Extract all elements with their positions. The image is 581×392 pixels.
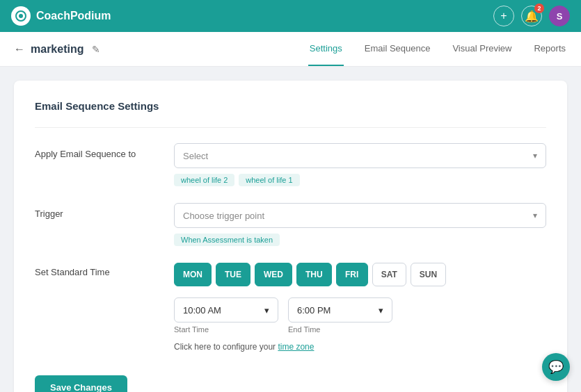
tag-wheel-of-life-1[interactable]: wheel of life 1 (239, 174, 299, 186)
page-title: marketing (31, 43, 83, 56)
timezone-link-row: Click here to configure your time zone (174, 342, 546, 352)
notification-button[interactable]: 🔔 2 (521, 6, 542, 26)
trigger-select-text: Choose trigger point (183, 211, 264, 221)
start-time-select[interactable]: 10:00 AM ▾ (174, 297, 278, 322)
edit-icon[interactable]: ✎ (92, 44, 100, 55)
header-actions: + 🔔 2 S (493, 6, 570, 26)
tags-row: wheel of life 2 wheel of life 1 (174, 174, 546, 186)
end-time-group: 6:00 PM ▾ End Time (288, 297, 392, 334)
back-arrow-icon[interactable]: ← (14, 43, 25, 56)
day-mon[interactable]: MON (174, 263, 212, 286)
apply-sequence-row: Apply Email Sequence to Select ▾ wheel o… (35, 143, 546, 186)
start-time-label: Start Time (174, 325, 278, 334)
chat-fab-button[interactable]: 💬 (542, 353, 570, 381)
standard-time-row: Set Standard Time MON TUE WED THU (35, 263, 546, 352)
day-wed[interactable]: WED (255, 263, 292, 286)
chat-icon: 💬 (548, 359, 564, 375)
nav-tabs: Settings Email Sequence Visual Preview R… (308, 32, 567, 66)
logo-icon (11, 6, 31, 26)
start-time-value: 10:00 AM (183, 305, 221, 316)
apply-sequence-select[interactable]: Select ▾ (174, 143, 546, 168)
settings-card: Email Sequence Settings Apply Email Sequ… (14, 81, 567, 392)
tab-visual-preview[interactable]: Visual Preview (451, 32, 513, 66)
days-row: MON TUE WED THU FRI SAT (174, 263, 546, 286)
main-content: Email Sequence Settings Apply Email Sequ… (0, 67, 581, 392)
sub-header: ← marketing ✎ Settings Email Sequence Vi… (0, 32, 581, 67)
standard-time-control: MON TUE WED THU FRI SAT (174, 263, 546, 352)
chevron-down-icon: ▾ (533, 151, 537, 161)
add-button[interactable]: + (493, 6, 514, 26)
tab-reports[interactable]: Reports (532, 32, 567, 66)
avatar-button[interactable]: S (549, 6, 570, 26)
divider (35, 127, 546, 128)
end-time-value: 6:00 PM (297, 305, 331, 316)
end-time-select[interactable]: 6:00 PM ▾ (288, 297, 392, 322)
logo: CoachPodium (11, 6, 111, 26)
card-title: Email Sequence Settings (35, 100, 546, 112)
timezone-text: Click here to configure your (174, 342, 278, 352)
add-icon: + (500, 10, 507, 22)
trigger-row: Trigger Choose trigger point ▾ When Asse… (35, 203, 546, 246)
avatar-label: S (557, 11, 563, 22)
logo-inner (15, 10, 26, 22)
apply-sequence-label: Apply Email Sequence to (35, 143, 174, 159)
header: CoachPodium + 🔔 2 S (0, 0, 581, 32)
end-time-label: End Time (288, 325, 392, 334)
day-sun[interactable]: SUN (411, 263, 446, 286)
day-fri[interactable]: FRI (336, 263, 368, 286)
logo-text: CoachPodium (36, 10, 111, 22)
notification-badge: 2 (534, 3, 544, 13)
timezone-link[interactable]: time zone (278, 342, 314, 352)
day-sat[interactable]: SAT (372, 263, 406, 286)
trigger-label: Trigger (35, 203, 174, 219)
tab-email-sequence[interactable]: Email Sequence (363, 32, 432, 66)
save-changes-button[interactable]: Save Changes (35, 375, 127, 392)
apply-sequence-control: Select ▾ wheel of life 2 wheel of life 1 (174, 143, 546, 186)
trigger-tag: When Assessment is taken (174, 234, 280, 246)
apply-sequence-select-text: Select (183, 151, 208, 161)
start-time-chevron: ▾ (264, 305, 269, 316)
trigger-control: Choose trigger point ▾ When Assessment i… (174, 203, 546, 246)
trigger-chevron-icon: ▾ (533, 211, 537, 220)
time-row: 10:00 AM ▾ Start Time 6:00 PM ▾ End Time (174, 297, 546, 334)
trigger-select[interactable]: Choose trigger point ▾ (174, 203, 546, 228)
back-nav: ← marketing ✎ (14, 43, 100, 56)
day-thu[interactable]: THU (296, 263, 332, 286)
day-tue[interactable]: TUE (216, 263, 250, 286)
standard-time-label: Set Standard Time (35, 263, 174, 277)
start-time-group: 10:00 AM ▾ Start Time (174, 297, 278, 334)
end-time-chevron: ▾ (379, 305, 383, 316)
tab-settings[interactable]: Settings (308, 32, 344, 66)
tag-wheel-of-life-2[interactable]: wheel of life 2 (174, 174, 234, 186)
